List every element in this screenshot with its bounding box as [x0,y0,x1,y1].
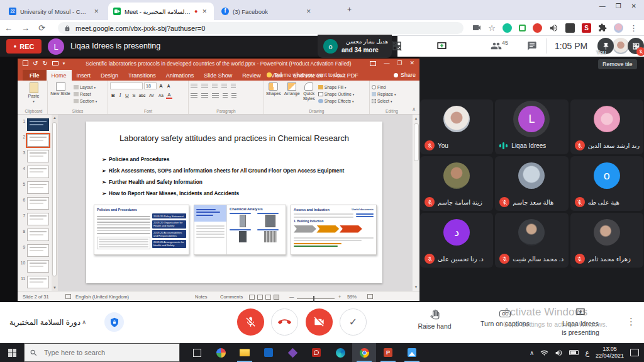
tab-close-icon[interactable]: ✕ [200,8,209,15]
layout-button[interactable]: Layout▾ [74,84,97,91]
mic-toggle-button[interactable] [237,308,264,336]
browser-tab-facebook[interactable]: f (3) Facebook ✕ [216,3,340,20]
ribbon-tab[interactable]: Slide Show [199,70,237,81]
notes-button[interactable]: Notes [195,294,208,300]
slide-thumbnail-image[interactable] [27,276,49,288]
slide-thumbnail-image[interactable] [27,134,49,147]
shadow-button[interactable]: S [131,93,137,98]
slide-thumbnail-image[interactable] [27,150,49,162]
collapse-ribbon-icon[interactable]: ∧ [412,106,416,112]
meeting-safety-button[interactable] [104,312,124,332]
address-bar[interactable]: meet.google.com/vbx-jxxk-sbj?authuser=0 [58,22,464,34]
paste-button[interactable]: Paste ▾ [22,82,45,103]
slide-thumbnail[interactable]: 2 [18,134,52,147]
extensions-puzzle-icon[interactable] [598,23,607,32]
search-input[interactable] [43,348,169,357]
grid-extension-icon[interactable] [565,23,575,33]
slide-thumbnail-panel[interactable]: 1 2 3 4 5 [18,115,52,291]
you-thumbnail-avatar[interactable] [613,38,629,54]
bold-button[interactable]: B [110,93,116,98]
task-view-button[interactable] [185,343,209,362]
scroll-up-icon[interactable]: ▲ [413,116,419,120]
tray-chevron-icon[interactable]: ∧ [530,349,534,356]
leave-call-button[interactable] [271,308,298,336]
browser-tab-meet[interactable]: Meet - دورة السلامة المختبرية ● ✕ [108,3,214,20]
paragraph-icons-row2[interactable] [191,93,262,99]
slide-editing-area[interactable]: Laboratory safety attitudes and practice… [58,115,412,291]
fit-slide-icon[interactable] [367,294,373,299]
zoom-slider-handle[interactable] [313,296,314,302]
movies-app-button[interactable] [257,343,280,362]
ppt-close-button[interactable]: ✕ [409,60,414,66]
paint3d-button[interactable] [209,343,233,362]
share-button[interactable]: Share [394,72,416,78]
zoom-slider-track[interactable] [297,298,335,299]
tiles-off-icon[interactable] [391,40,402,52]
slide-scrollbar[interactable]: ▲ ▼ [412,115,419,291]
slide-thumbnail[interactable]: 7 [18,213,52,225]
shrink-font-icon[interactable]: A [165,84,172,88]
section-button[interactable]: Section▾ [74,98,97,105]
find-button[interactable]: Find [372,84,412,91]
scrollbar-thumb[interactable] [52,122,57,276]
taskbar-search[interactable] [24,343,180,362]
slide-thumbnail-image[interactable] [27,260,49,273]
photos-button[interactable] [400,343,424,362]
tell-me-box[interactable]: Tell me what you want to do... [267,72,345,78]
zoom-level[interactable]: 59% [347,294,357,300]
camera-icon[interactable] [472,23,482,33]
select-button[interactable]: Select▾ [372,98,412,105]
meeting-name[interactable]: دورة السلامة المختبرية [6,318,80,327]
file-explorer-button[interactable] [233,343,257,362]
edge-button[interactable] [328,343,352,362]
slide-thumbnail-image[interactable] [27,229,49,241]
font-color-button[interactable]: A [166,92,172,99]
start-button[interactable] [0,343,24,362]
chrome-button[interactable] [352,343,376,362]
shape-fill-button[interactable]: Shape Fill▾ [318,84,355,91]
forward-icon[interactable]: → [21,23,30,33]
slide-thumbnail-image[interactable] [27,244,49,257]
confirm-button[interactable]: ✓ [340,308,367,336]
speaker-extension-icon[interactable] [549,23,558,33]
check-extension-icon[interactable] [519,25,526,31]
ribbon-tab[interactable]: Design [96,70,123,81]
slide-thumbnail[interactable]: 5 [18,181,52,194]
italic-button[interactable]: I [117,93,123,98]
slide-thumbnail[interactable]: 11 [18,276,52,288]
participant-tile[interactable]: رند ارشد سعد الدين [570,99,643,154]
more-options-kebab-icon[interactable]: ⋮ [626,316,636,327]
paragraph-icons-row1[interactable] [191,82,262,89]
participant-tile[interactable]: o هبة علي طه [570,156,643,211]
language-indicator[interactable]: ع [585,349,589,357]
slide-thumbnail[interactable]: 3 [18,150,52,162]
presenter-display-icon[interactable] [370,61,376,66]
browser-menu-kebab-icon[interactable]: ⋮ [630,23,638,33]
window-minimize-button[interactable]: — [594,3,611,9]
grow-font-icon[interactable]: A [158,83,164,89]
reset-button[interactable]: Reset [74,91,97,98]
participant-tile[interactable]: L Liqaa Idrees [495,99,568,154]
participant-tile[interactable]: هالة سعد جاسم [495,156,568,211]
url-text[interactable]: meet.google.com/vbx-jxxk-sbj?authuser=0 [75,25,205,32]
screen-share-active-icon[interactable] [436,41,447,52]
ribbon-tab[interactable]: Review [237,70,266,81]
slide-thumbnail[interactable]: 9 [18,244,52,257]
slide-canvas[interactable]: Laboratory safety attitudes and practice… [86,122,382,283]
slide-thumbnail-image[interactable] [27,118,49,131]
comments-button[interactable]: Comments [220,294,243,300]
shape-outline-button[interactable]: Shape Outline▾ [318,91,355,98]
slide-thumbnail[interactable]: 10 [18,260,52,273]
tab-close-icon[interactable]: ✕ [304,8,313,15]
slide-thumbnail-image[interactable] [27,166,49,178]
volume-icon[interactable] [555,349,563,357]
zoom-in-button[interactable]: + [338,294,341,300]
slide-thumbnail-image[interactable] [27,181,49,194]
s-extension-icon[interactable]: S [582,23,591,33]
strikethrough-button[interactable]: abc [138,93,147,98]
window-close-button[interactable]: ✕ [626,3,641,9]
slide-thumbnail[interactable]: 6 [18,197,52,210]
raise-hand-button[interactable]: Raise hand [400,309,469,330]
new-tab-button[interactable]: + [347,5,352,14]
font-name-box[interactable] [110,82,143,89]
